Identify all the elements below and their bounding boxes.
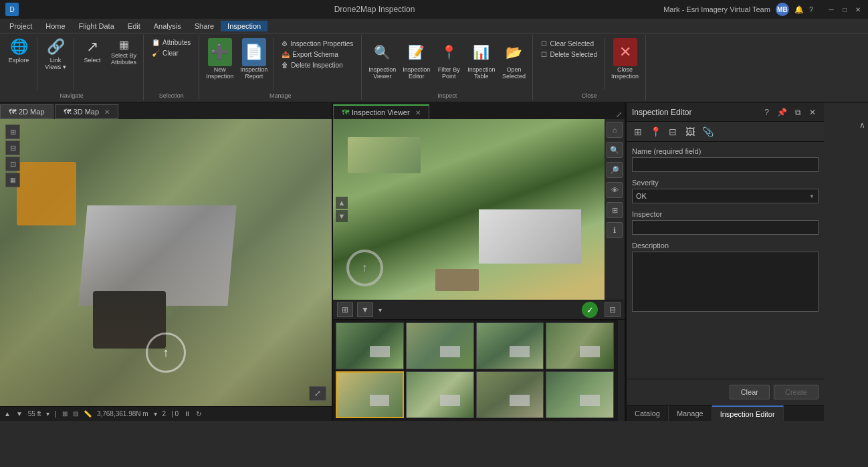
viewer-approve-btn[interactable]: ✓ xyxy=(582,302,598,318)
ribbon-btn-new-inspection[interactable]: ➕ NewInspection xyxy=(203,36,236,82)
editor-tab-catalog[interactable]: Catalog xyxy=(627,405,669,421)
viewer-layers-btn[interactable]: ⊞ xyxy=(607,202,623,218)
ribbon-btn-clear[interactable]: 🧹 Clear xyxy=(148,48,195,58)
tab-2d-map[interactable]: 🗺 2D Map xyxy=(0,104,53,119)
menu-inspection[interactable]: Inspection xyxy=(221,21,267,31)
close-button[interactable]: ✕ xyxy=(853,5,863,14)
select-label: Select xyxy=(84,57,100,64)
viewer-tab-close-icon[interactable]: ✕ xyxy=(415,109,421,116)
thumbnail-5[interactable] xyxy=(336,371,404,418)
editor-pin-btn[interactable]: 📌 xyxy=(774,106,790,118)
map-btn-3[interactable]: ⊡ xyxy=(5,157,20,171)
map-bottom-right-btn[interactable]: ⤢ xyxy=(309,386,326,401)
ribbon-btn-delete-selected[interactable]: ☐ Delete Selected xyxy=(537,50,601,60)
viewer-nav-up[interactable]: ▲ xyxy=(336,197,348,209)
map-btn-4[interactable]: ▦ xyxy=(5,173,20,187)
menu-project[interactable]: Project xyxy=(3,21,39,31)
viewer-expand-btn[interactable]: ⤢ xyxy=(613,110,625,119)
editor-tb-location-icon[interactable]: ⊞ xyxy=(631,124,645,139)
help-icon[interactable]: ? xyxy=(809,5,813,13)
inspector-input[interactable] xyxy=(632,220,819,235)
thumbnail-4[interactable] xyxy=(546,322,614,369)
scale-down-btn[interactable]: ▼ xyxy=(16,410,23,417)
editor-tab-inspection-editor[interactable]: Inspection Editor xyxy=(712,405,784,421)
editor-tb-photo-icon[interactable]: 🖼 xyxy=(683,124,697,139)
map-btn-2[interactable]: ⊟ xyxy=(5,141,20,155)
viewer-zoom-out-btn[interactable]: 🔎 xyxy=(607,162,623,178)
ribbon-btn-inspection-viewer[interactable]: 🔍 InspectionViewer xyxy=(366,36,399,82)
thumbnail-3[interactable] xyxy=(476,322,544,369)
clear-selected-label: Clear Selected xyxy=(550,40,594,48)
editor-float-btn[interactable]: ⧉ xyxy=(792,106,804,118)
ribbon-btn-select[interactable]: ↗ Select xyxy=(78,36,107,66)
name-input[interactable] xyxy=(632,157,819,172)
map-view[interactable]: ⊞ ⊟ ⊡ ▦ ↑ ⤢ xyxy=(0,119,332,406)
thumbnail-area xyxy=(333,320,625,421)
ribbon-collapse-button[interactable]: ∧ xyxy=(859,120,865,130)
editor-tab-manage[interactable]: Manage xyxy=(669,405,712,421)
ribbon-btn-attributes[interactable]: 📋 Attributes xyxy=(148,37,195,48)
playback-sync-icon[interactable]: ↻ xyxy=(196,410,201,417)
maximize-button[interactable]: □ xyxy=(840,5,849,14)
ribbon-btn-inspection-table[interactable]: 📊 InspectionTable xyxy=(465,36,498,82)
ribbon-btn-link-views[interactable]: 🔗 LinkViews ▾ xyxy=(41,36,70,72)
viewer-eye-btn[interactable]: 👁 xyxy=(607,182,623,198)
editor-tb-attachment-icon[interactable]: 📎 xyxy=(700,124,715,139)
3d-map-close-icon[interactable]: ✕ xyxy=(104,108,110,116)
minimize-button[interactable]: ─ xyxy=(827,5,836,14)
ribbon-btn-inspection-properties[interactable]: ⚙ Inspection Properties xyxy=(278,39,357,49)
editor-tb-pin-icon[interactable]: 📍 xyxy=(648,124,663,139)
tab-inspection-viewer[interactable]: 🗺 Inspection Viewer ✕ xyxy=(333,104,429,119)
ribbon-btn-export-schema[interactable]: 📤 Export Schema xyxy=(278,50,357,60)
viewer-nav-down[interactable]: ▼ xyxy=(336,210,348,222)
user-avatar[interactable]: MB xyxy=(776,3,789,16)
aerial-vehicle xyxy=(435,269,479,290)
map-btn-1[interactable]: ⊞ xyxy=(5,124,20,139)
viewer-zoom-in-btn[interactable]: 🔍 xyxy=(607,142,623,158)
thumbnail-8[interactable] xyxy=(546,371,614,418)
layers-icon[interactable]: ⊟ xyxy=(73,410,78,417)
clear-button[interactable]: Clear xyxy=(730,385,770,399)
ribbon-btn-inspection-editor[interactable]: 📝 InspectionEditor xyxy=(400,36,433,82)
menu-edit[interactable]: Edit xyxy=(121,21,147,31)
measure-icon[interactable]: 📏 xyxy=(84,410,92,417)
ribbon-group-close: ☐ Clear Selected ☐ Delete Selected ✕ Clo… xyxy=(533,35,646,100)
notification-icon[interactable]: 🔔 xyxy=(794,5,804,14)
ribbon-btn-delete-inspection[interactable]: 🗑 Delete Inspection xyxy=(278,60,357,70)
tab-3d-map[interactable]: 🗺 3D Map ✕ xyxy=(55,104,119,119)
scale-unit-select[interactable]: ▾ xyxy=(46,410,49,417)
editor-close-btn[interactable]: ✕ xyxy=(806,106,819,118)
viewer-tb-zoom-btn[interactable]: ⊞ xyxy=(337,302,353,317)
ribbon-btn-explore[interactable]: 🌐 Explore xyxy=(4,36,33,66)
severity-select[interactable]: OK Low Medium High Critical xyxy=(632,189,819,203)
menu-analysis[interactable]: Analysis xyxy=(147,21,188,31)
ribbon-btn-select-by-attr[interactable]: ▦ Select ByAttributes xyxy=(108,36,139,68)
viewer-tb-filter-btn[interactable]: ▼ xyxy=(357,302,373,317)
ribbon-btn-clear-selected[interactable]: ☐ Clear Selected xyxy=(537,39,601,49)
playback-pause-icon[interactable]: ⏸ xyxy=(184,410,191,417)
filter-by-point-icon-bg: 📍 xyxy=(437,38,461,66)
ribbon-btn-close-inspection[interactable]: ✕ CloseInspection xyxy=(609,36,641,82)
thumbnail-scrollbar[interactable] xyxy=(618,320,625,421)
viewer-tb-grid-btn[interactable]: ⊟ xyxy=(605,302,621,317)
menu-home[interactable]: Home xyxy=(39,21,72,31)
editor-help-btn[interactable]: ? xyxy=(762,106,772,118)
menu-flight-data[interactable]: Flight Data xyxy=(72,21,121,31)
clear-icon: 🧹 xyxy=(152,50,160,57)
thumbnail-7[interactable] xyxy=(476,371,544,418)
thumbnail-1[interactable] xyxy=(336,322,404,369)
description-textarea[interactable] xyxy=(632,252,819,312)
menu-share[interactable]: Share xyxy=(188,21,221,31)
thumbnail-6[interactable] xyxy=(406,371,474,418)
inspection-viewer-panel: 🗺 Inspection Viewer ✕ ⤢ ⌂ 🔍 🔎 👁 ⊞ xyxy=(333,103,626,421)
editor-tb-grid2-icon[interactable]: ⊟ xyxy=(665,124,680,139)
ribbon-btn-open-selected[interactable]: 📂 OpenSelected xyxy=(499,36,528,82)
create-button[interactable]: Create xyxy=(774,385,819,399)
viewer-home-btn[interactable]: ⌂ xyxy=(607,122,623,138)
scale-up-btn[interactable]: ▲ xyxy=(4,410,11,417)
viewer-info-btn[interactable]: ℹ xyxy=(607,222,623,238)
ribbon-btn-filter-by-point[interactable]: 📍 Filter ByPoint xyxy=(434,36,463,82)
thumbnail-2[interactable] xyxy=(406,322,474,369)
grid-icon[interactable]: ⊞ xyxy=(62,410,68,417)
ribbon-btn-inspection-report[interactable]: 📄 InspectionReport xyxy=(237,36,270,82)
